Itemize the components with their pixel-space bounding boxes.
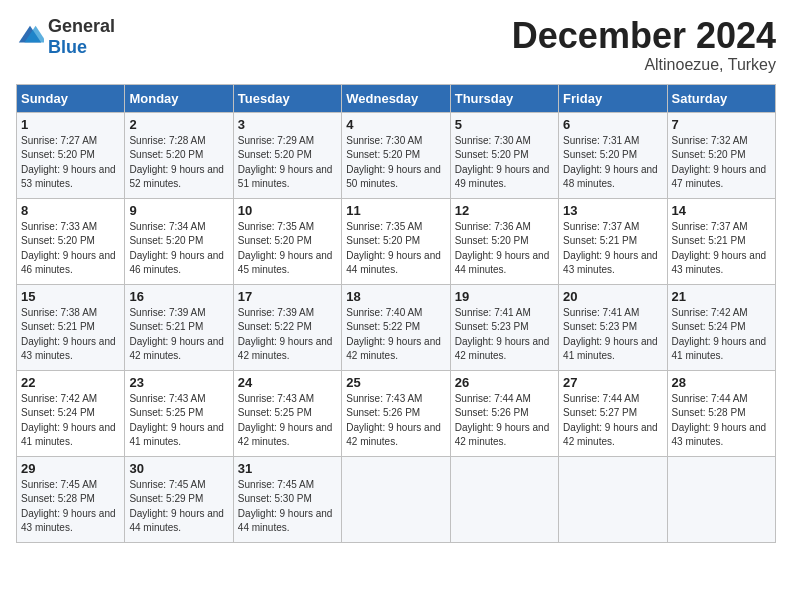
day-detail: Sunrise: 7:28 AMSunset: 5:20 PMDaylight:… [129, 134, 228, 192]
day-number: 9 [129, 203, 228, 218]
day-detail: Sunrise: 7:31 AMSunset: 5:20 PMDaylight:… [563, 134, 662, 192]
calendar-cell: 14Sunrise: 7:37 AMSunset: 5:21 PMDayligh… [667, 198, 775, 284]
month-title: December 2024 [512, 16, 776, 56]
calendar-cell: 31Sunrise: 7:45 AMSunset: 5:30 PMDayligh… [233, 456, 341, 542]
weekday-header-thursday: Thursday [450, 84, 558, 112]
day-detail: Sunrise: 7:36 AMSunset: 5:20 PMDaylight:… [455, 220, 554, 278]
weekday-header-friday: Friday [559, 84, 667, 112]
location-title: Altinoezue, Turkey [512, 56, 776, 74]
calendar-cell [667, 456, 775, 542]
day-number: 24 [238, 375, 337, 390]
logo: General Blue [16, 16, 115, 58]
day-detail: Sunrise: 7:44 AMSunset: 5:27 PMDaylight:… [563, 392, 662, 450]
day-detail: Sunrise: 7:42 AMSunset: 5:24 PMDaylight:… [21, 392, 120, 450]
day-detail: Sunrise: 7:45 AMSunset: 5:28 PMDaylight:… [21, 478, 120, 536]
day-detail: Sunrise: 7:39 AMSunset: 5:21 PMDaylight:… [129, 306, 228, 364]
day-detail: Sunrise: 7:34 AMSunset: 5:20 PMDaylight:… [129, 220, 228, 278]
day-detail: Sunrise: 7:45 AMSunset: 5:30 PMDaylight:… [238, 478, 337, 536]
calendar-cell: 24Sunrise: 7:43 AMSunset: 5:25 PMDayligh… [233, 370, 341, 456]
day-number: 31 [238, 461, 337, 476]
day-detail: Sunrise: 7:45 AMSunset: 5:29 PMDaylight:… [129, 478, 228, 536]
calendar-cell: 27Sunrise: 7:44 AMSunset: 5:27 PMDayligh… [559, 370, 667, 456]
calendar-cell: 3Sunrise: 7:29 AMSunset: 5:20 PMDaylight… [233, 112, 341, 198]
calendar-cell: 18Sunrise: 7:40 AMSunset: 5:22 PMDayligh… [342, 284, 450, 370]
day-detail: Sunrise: 7:30 AMSunset: 5:20 PMDaylight:… [455, 134, 554, 192]
day-number: 30 [129, 461, 228, 476]
day-number: 22 [21, 375, 120, 390]
day-detail: Sunrise: 7:32 AMSunset: 5:20 PMDaylight:… [672, 134, 771, 192]
day-number: 21 [672, 289, 771, 304]
day-number: 29 [21, 461, 120, 476]
calendar-cell: 30Sunrise: 7:45 AMSunset: 5:29 PMDayligh… [125, 456, 233, 542]
calendar-cell: 5Sunrise: 7:30 AMSunset: 5:20 PMDaylight… [450, 112, 558, 198]
day-number: 6 [563, 117, 662, 132]
day-detail: Sunrise: 7:42 AMSunset: 5:24 PMDaylight:… [672, 306, 771, 364]
title-section: December 2024 Altinoezue, Turkey [512, 16, 776, 74]
calendar-cell: 4Sunrise: 7:30 AMSunset: 5:20 PMDaylight… [342, 112, 450, 198]
calendar-cell: 2Sunrise: 7:28 AMSunset: 5:20 PMDaylight… [125, 112, 233, 198]
calendar-cell: 25Sunrise: 7:43 AMSunset: 5:26 PMDayligh… [342, 370, 450, 456]
weekday-header-sunday: Sunday [17, 84, 125, 112]
day-detail: Sunrise: 7:37 AMSunset: 5:21 PMDaylight:… [672, 220, 771, 278]
calendar-cell: 15Sunrise: 7:38 AMSunset: 5:21 PMDayligh… [17, 284, 125, 370]
calendar-cell: 23Sunrise: 7:43 AMSunset: 5:25 PMDayligh… [125, 370, 233, 456]
day-number: 14 [672, 203, 771, 218]
day-number: 20 [563, 289, 662, 304]
calendar-cell: 9Sunrise: 7:34 AMSunset: 5:20 PMDaylight… [125, 198, 233, 284]
day-number: 4 [346, 117, 445, 132]
logo-blue: Blue [48, 37, 87, 57]
calendar-cell: 8Sunrise: 7:33 AMSunset: 5:20 PMDaylight… [17, 198, 125, 284]
calendar-cell: 28Sunrise: 7:44 AMSunset: 5:28 PMDayligh… [667, 370, 775, 456]
weekday-header-wednesday: Wednesday [342, 84, 450, 112]
calendar-cell: 11Sunrise: 7:35 AMSunset: 5:20 PMDayligh… [342, 198, 450, 284]
day-detail: Sunrise: 7:39 AMSunset: 5:22 PMDaylight:… [238, 306, 337, 364]
day-detail: Sunrise: 7:44 AMSunset: 5:28 PMDaylight:… [672, 392, 771, 450]
day-number: 5 [455, 117, 554, 132]
calendar-cell: 22Sunrise: 7:42 AMSunset: 5:24 PMDayligh… [17, 370, 125, 456]
calendar-cell: 20Sunrise: 7:41 AMSunset: 5:23 PMDayligh… [559, 284, 667, 370]
calendar-cell [450, 456, 558, 542]
calendar-cell: 12Sunrise: 7:36 AMSunset: 5:20 PMDayligh… [450, 198, 558, 284]
day-detail: Sunrise: 7:35 AMSunset: 5:20 PMDaylight:… [346, 220, 445, 278]
day-number: 7 [672, 117, 771, 132]
day-number: 11 [346, 203, 445, 218]
calendar-cell: 19Sunrise: 7:41 AMSunset: 5:23 PMDayligh… [450, 284, 558, 370]
logo-icon [16, 23, 44, 51]
day-detail: Sunrise: 7:29 AMSunset: 5:20 PMDaylight:… [238, 134, 337, 192]
calendar-cell: 21Sunrise: 7:42 AMSunset: 5:24 PMDayligh… [667, 284, 775, 370]
calendar-cell [342, 456, 450, 542]
day-detail: Sunrise: 7:35 AMSunset: 5:20 PMDaylight:… [238, 220, 337, 278]
day-number: 10 [238, 203, 337, 218]
day-number: 23 [129, 375, 228, 390]
day-detail: Sunrise: 7:30 AMSunset: 5:20 PMDaylight:… [346, 134, 445, 192]
day-number: 19 [455, 289, 554, 304]
header: General Blue December 2024 Altinoezue, T… [16, 16, 776, 74]
calendar-cell [559, 456, 667, 542]
calendar-cell: 13Sunrise: 7:37 AMSunset: 5:21 PMDayligh… [559, 198, 667, 284]
day-detail: Sunrise: 7:37 AMSunset: 5:21 PMDaylight:… [563, 220, 662, 278]
calendar-cell: 10Sunrise: 7:35 AMSunset: 5:20 PMDayligh… [233, 198, 341, 284]
weekday-header-tuesday: Tuesday [233, 84, 341, 112]
day-number: 16 [129, 289, 228, 304]
day-number: 27 [563, 375, 662, 390]
day-number: 15 [21, 289, 120, 304]
weekday-header-monday: Monday [125, 84, 233, 112]
day-detail: Sunrise: 7:40 AMSunset: 5:22 PMDaylight:… [346, 306, 445, 364]
day-number: 8 [21, 203, 120, 218]
day-number: 18 [346, 289, 445, 304]
day-number: 12 [455, 203, 554, 218]
calendar-cell: 26Sunrise: 7:44 AMSunset: 5:26 PMDayligh… [450, 370, 558, 456]
calendar-cell: 29Sunrise: 7:45 AMSunset: 5:28 PMDayligh… [17, 456, 125, 542]
day-number: 1 [21, 117, 120, 132]
day-number: 13 [563, 203, 662, 218]
day-number: 2 [129, 117, 228, 132]
day-number: 28 [672, 375, 771, 390]
day-detail: Sunrise: 7:43 AMSunset: 5:25 PMDaylight:… [129, 392, 228, 450]
calendar-cell: 7Sunrise: 7:32 AMSunset: 5:20 PMDaylight… [667, 112, 775, 198]
day-number: 25 [346, 375, 445, 390]
day-detail: Sunrise: 7:43 AMSunset: 5:26 PMDaylight:… [346, 392, 445, 450]
calendar-cell: 1Sunrise: 7:27 AMSunset: 5:20 PMDaylight… [17, 112, 125, 198]
day-detail: Sunrise: 7:41 AMSunset: 5:23 PMDaylight:… [455, 306, 554, 364]
calendar-cell: 17Sunrise: 7:39 AMSunset: 5:22 PMDayligh… [233, 284, 341, 370]
day-detail: Sunrise: 7:43 AMSunset: 5:25 PMDaylight:… [238, 392, 337, 450]
